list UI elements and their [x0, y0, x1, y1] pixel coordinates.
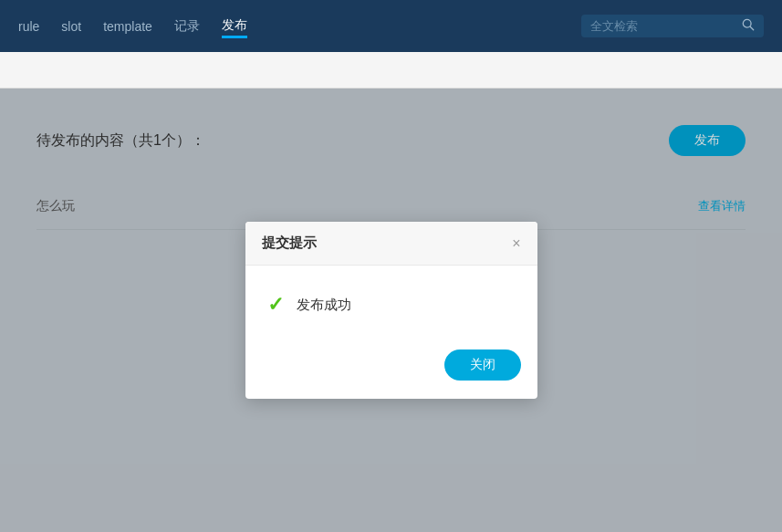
modal-overlay: 提交提示 × ✓ 发布成功 关闭 — [0, 89, 782, 532]
modal-footer: 关闭 — [245, 339, 537, 399]
sub-header — [0, 52, 782, 89]
nav-item-publish[interactable]: 发布 — [222, 14, 247, 38]
check-icon: ✓ — [267, 293, 284, 317]
nav-item-template[interactable]: template — [103, 16, 152, 37]
modal-dialog: 提交提示 × ✓ 发布成功 关闭 — [245, 222, 537, 399]
main-content: 待发布的内容（共1个）： 发布 怎么玩 查看详情 提交提示 × ✓ 发布成功 关… — [0, 89, 782, 532]
modal-title: 提交提示 — [262, 235, 317, 252]
modal-body: ✓ 发布成功 — [245, 266, 537, 339]
nav-item-slot[interactable]: slot — [61, 16, 81, 37]
navbar: rule slot template 记录 发布 — [0, 0, 782, 52]
search-input[interactable] — [590, 19, 736, 33]
search-icon — [742, 18, 755, 34]
nav-item-records[interactable]: 记录 — [174, 15, 200, 38]
search-box — [581, 15, 764, 37]
svg-line-1 — [750, 26, 754, 30]
modal-close-button[interactable]: × — [512, 236, 520, 251]
modal-header: 提交提示 × — [245, 222, 537, 266]
modal-close-btn[interactable]: 关闭 — [444, 349, 521, 381]
nav-item-rule[interactable]: rule — [18, 16, 39, 37]
success-message: 发布成功 — [297, 297, 351, 314]
